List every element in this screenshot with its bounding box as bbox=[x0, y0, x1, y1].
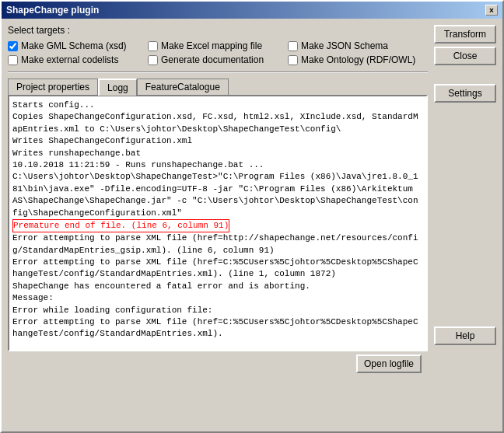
tab-feature[interactable]: FeatureCatalogue bbox=[137, 79, 229, 96]
window-title: ShapeChange plugin bbox=[6, 5, 99, 16]
log-line: Error while loading configuration file: bbox=[12, 305, 423, 316]
checkbox-excel-input[interactable] bbox=[148, 41, 158, 51]
log-line: Message: bbox=[12, 292, 423, 304]
side-buttons: Transform Close Settings Help bbox=[434, 25, 496, 376]
log-line: Error attempting to parse XML file (href… bbox=[12, 257, 423, 281]
checkbox-json-input[interactable] bbox=[288, 41, 298, 51]
checkbox-excel[interactable]: Make Excel mapping file bbox=[148, 40, 272, 51]
checkbox-row-2: Make external codelists Generate documen… bbox=[8, 54, 428, 65]
window-close-button[interactable]: × bbox=[485, 5, 498, 16]
help-button[interactable]: Help bbox=[434, 326, 496, 345]
targets-label: Select targets : bbox=[8, 25, 428, 36]
checkbox-codelists-label: Make external codelists bbox=[21, 54, 118, 65]
tab-content-area: Starts config...Copies ShapeChangeConfig… bbox=[8, 95, 428, 351]
checkbox-documentation-label: Generate documentation bbox=[161, 54, 264, 65]
main-window: ShapeChange plugin × Select targets : Ma… bbox=[0, 0, 504, 433]
checkbox-gml-label: Make GML Schema (xsd) bbox=[21, 40, 127, 51]
log-line: Writes runshapechange.bat bbox=[12, 148, 423, 159]
open-logfile-button[interactable]: Open logfile bbox=[356, 354, 422, 373]
log-line: ShapeChange has encountered a fatal erro… bbox=[12, 281, 423, 292]
checkbox-excel-label: Make Excel mapping file bbox=[161, 40, 262, 51]
checkbox-documentation-input[interactable] bbox=[148, 55, 158, 65]
checkbox-gml-input[interactable] bbox=[8, 41, 18, 51]
tabs-container: Project properties Logg FeatureCatalogue bbox=[8, 78, 428, 95]
tab-logg[interactable]: Logg bbox=[98, 79, 137, 96]
checkbox-json[interactable]: Make JSON Schema bbox=[288, 40, 412, 51]
transform-button[interactable]: Transform bbox=[434, 25, 496, 44]
log-line: C:\Users\johtor\Desktop\ShapeChangeTest>… bbox=[12, 171, 423, 219]
checkbox-ontology[interactable]: Make Ontology (RDF/OWL) bbox=[288, 54, 415, 65]
log-line: Starts config... bbox=[12, 100, 423, 111]
bottom-bar: Open logfile bbox=[8, 351, 428, 376]
separator-1 bbox=[8, 72, 428, 73]
content-area: Select targets : Make GML Schema (xsd) M… bbox=[2, 19, 502, 382]
log-area[interactable]: Starts config...Copies ShapeChangeConfig… bbox=[12, 100, 423, 347]
log-line: Writes ShapeChangeConfiguration.xml bbox=[12, 135, 423, 147]
checkbox-codelists[interactable]: Make external codelists bbox=[8, 54, 132, 65]
checkbox-ontology-label: Make Ontology (RDF/OWL) bbox=[301, 54, 415, 65]
close-button[interactable]: Close bbox=[434, 47, 496, 65]
checkbox-documentation[interactable]: Generate documentation bbox=[148, 54, 272, 65]
log-line: Error attempting to parse XML file (href… bbox=[12, 316, 423, 340]
log-line: Copies ShapeChangeConfiguration.xsd, FC.… bbox=[12, 111, 423, 135]
log-line: Error attempting to parse XML file (href… bbox=[12, 232, 423, 257]
checkbox-ontology-input[interactable] bbox=[288, 55, 298, 65]
checkbox-json-label: Make JSON Schema bbox=[301, 40, 388, 51]
main-area: Select targets : Make GML Schema (xsd) M… bbox=[8, 25, 428, 376]
log-line: Premature end of file. (line 6, column 9… bbox=[12, 219, 229, 232]
checkboxes-container: Make GML Schema (xsd) Make Excel mapping… bbox=[8, 40, 428, 65]
tab-project[interactable]: Project properties bbox=[8, 79, 98, 96]
settings-button[interactable]: Settings bbox=[434, 84, 496, 103]
title-bar: ShapeChange plugin × bbox=[2, 2, 502, 19]
checkbox-row-1: Make GML Schema (xsd) Make Excel mapping… bbox=[8, 40, 428, 51]
checkbox-codelists-input[interactable] bbox=[8, 55, 18, 65]
checkbox-gml[interactable]: Make GML Schema (xsd) bbox=[8, 40, 132, 51]
log-line: 10.10.2018 11:21:59 - Runs runshapechang… bbox=[12, 159, 423, 171]
